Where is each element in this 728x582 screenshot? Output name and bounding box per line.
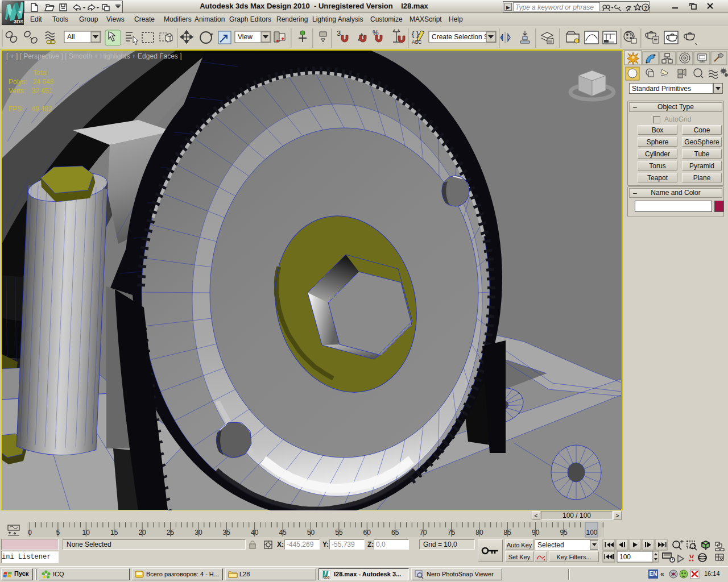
svg-text:65: 65 [391, 529, 399, 537]
svg-text:5: 5 [56, 529, 60, 537]
svg-text:55: 55 [335, 529, 343, 537]
svg-text:3DS: 3DS [324, 576, 330, 579]
svg-text:90: 90 [532, 529, 540, 537]
svg-text:?: ? [644, 5, 647, 11]
svg-text:60: 60 [363, 529, 371, 537]
svg-text:20: 20 [138, 529, 146, 537]
svg-text:100: 100 [619, 553, 631, 561]
svg-text:75: 75 [448, 529, 456, 537]
svg-text:50: 50 [307, 529, 315, 537]
svg-text:15: 15 [110, 529, 118, 537]
svg-text:View: View [238, 33, 253, 41]
svg-text:35: 35 [223, 529, 231, 537]
svg-text:0: 0 [28, 529, 32, 537]
svg-text:80: 80 [475, 529, 483, 537]
svg-text:70: 70 [419, 529, 427, 537]
svg-text:All: All [67, 33, 75, 41]
svg-text:45: 45 [279, 529, 287, 537]
svg-text:40: 40 [251, 529, 259, 537]
svg-text:30: 30 [195, 529, 202, 537]
svg-text:10: 10 [82, 529, 90, 537]
svg-text:95: 95 [560, 529, 568, 537]
svg-text:Create Selection Se: Create Selection Se [432, 33, 493, 41]
svg-text:100: 100 [586, 529, 597, 537]
svg-text:25: 25 [167, 529, 175, 537]
svg-text:ABC: ABC [412, 39, 421, 45]
svg-text:85: 85 [504, 529, 512, 537]
svg-text:3DS: 3DS [14, 19, 23, 24]
svg-text:3: 3 [337, 29, 341, 38]
